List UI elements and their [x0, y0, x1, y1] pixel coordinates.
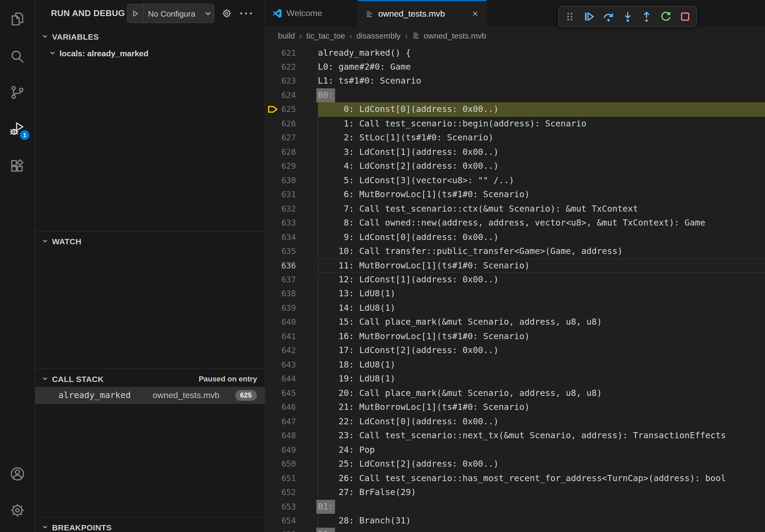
locals-scope-row[interactable]: locals: already_marked: [35, 46, 265, 60]
gutter[interactable]: 624: [265, 89, 318, 103]
code-line[interactable]: 641 16: MutBorrowLoc[1](ts#1#0: Scenario…: [265, 330, 765, 344]
code-line[interactable]: 630 5: LdConst[3](vector<u8>: "" /..): [265, 173, 765, 187]
settings-gear-icon[interactable]: [9, 502, 26, 519]
code-line[interactable]: 636 11: MutBorrowLoc[1](ts#1#0: Scenario…: [265, 258, 765, 273]
gutter[interactable]: 646: [265, 400, 318, 414]
breakpoints-section-header[interactable]: BREAKPOINTS: [35, 521, 265, 532]
gutter[interactable]: 650: [265, 457, 318, 471]
explorer-icon[interactable]: [9, 11, 26, 27]
code-line[interactable]: 625 0: LdConst[0](address: 0x00..): [265, 103, 765, 117]
code-line[interactable]: 633 8: Call owned::new(address, address,…: [265, 216, 765, 230]
more-actions-icon[interactable]: [239, 11, 253, 16]
code-line[interactable]: 622 L0: game#2#0: Game: [265, 60, 765, 74]
code-line[interactable]: 640 15: Call place_mark(&mut Scenario, a…: [265, 315, 765, 330]
code-line[interactable]: 621 already_marked() {: [265, 46, 765, 60]
gutter[interactable]: 622: [265, 60, 318, 74]
gutter[interactable]: 636: [265, 258, 318, 273]
stop-button[interactable]: [675, 8, 695, 25]
code-line[interactable]: 632 7: Call test_scenario::ctx(&mut Scen…: [265, 202, 765, 216]
continue-button[interactable]: [579, 8, 599, 25]
gutter[interactable]: 654: [265, 514, 318, 528]
breadcrumb-item[interactable]: tic_tac_toe: [306, 31, 345, 40]
launch-configuration-dropdown[interactable]: No Configura: [127, 4, 215, 23]
code-line[interactable]: 644 19: LdU8(1): [265, 372, 765, 386]
gutter[interactable]: 641: [265, 330, 318, 344]
step-out-button[interactable]: [637, 8, 656, 25]
code-line[interactable]: 634 9: LdConst[0](address: 0x00..): [265, 230, 765, 244]
code-line[interactable]: 624 B0:: [265, 89, 765, 103]
gutter[interactable]: 655: [265, 528, 318, 532]
code-line[interactable]: 653 B1:: [265, 500, 765, 514]
gutter[interactable]: 626: [265, 117, 318, 131]
gutter[interactable]: 630: [265, 173, 318, 187]
code-line[interactable]: 623 L1: ts#1#0: Scenario: [265, 74, 765, 89]
gutter[interactable]: 651: [265, 471, 318, 485]
code-line[interactable]: 639 14: LdU8(1): [265, 301, 765, 315]
gutter[interactable]: 628: [265, 145, 318, 159]
gutter[interactable]: 653: [265, 500, 318, 514]
close-icon[interactable]: [471, 10, 479, 18]
breadcrumb-item-file[interactable]: owned_tests.mvb: [412, 31, 486, 40]
code-line[interactable]: 646 21: MutBorrowLoc[1](ts#1#0: Scenario…: [265, 400, 765, 414]
breadcrumb-item[interactable]: disassembly: [357, 31, 401, 40]
gutter[interactable]: 643: [265, 358, 318, 372]
gutter[interactable]: 648: [265, 428, 318, 443]
gutter[interactable]: 621: [265, 46, 318, 60]
gutter[interactable]: 631: [265, 187, 318, 202]
gutter[interactable]: 632: [265, 202, 318, 216]
step-into-button[interactable]: [618, 8, 637, 25]
code-line[interactable]: 654 28: Branch(31): [265, 514, 765, 528]
code-line[interactable]: 643 18: LdU8(1): [265, 358, 765, 372]
code-line[interactable]: 642 17: LdConst[2](address: 0x00..): [265, 344, 765, 358]
gutter[interactable]: 649: [265, 443, 318, 457]
tab-owned-tests[interactable]: owned_tests.mvb: [358, 0, 486, 27]
call-stack-frame-row[interactable]: already_marked owned_tests.mvb 625: [35, 387, 265, 404]
code-line[interactable]: 650 25: LdConst[2](address: 0x00..): [265, 457, 765, 471]
restart-button[interactable]: [656, 8, 676, 25]
code-line[interactable]: 631 6: MutBorrowLoc[1](ts#1#0: Scenario): [265, 187, 765, 202]
start-debugging-icon[interactable]: [128, 4, 144, 23]
code-line[interactable]: 628 3: LdConst[1](address: 0x00..): [265, 145, 765, 159]
gutter[interactable]: 635: [265, 244, 318, 258]
debug-settings-gear-icon[interactable]: [222, 8, 232, 19]
gutter[interactable]: 640: [265, 315, 318, 330]
code-line[interactable]: 638 13: LdU8(1): [265, 287, 765, 301]
gutter[interactable]: 629: [265, 159, 318, 173]
gutter[interactable]: 652: [265, 485, 318, 500]
gutter[interactable]: 627: [265, 131, 318, 145]
code-line[interactable]: 637 12: LdConst[1](address: 0x00..): [265, 273, 765, 287]
breadcrumb-item[interactable]: build: [278, 31, 295, 40]
gutter[interactable]: 642: [265, 344, 318, 358]
gutter[interactable]: 633: [265, 216, 318, 230]
variables-section-header[interactable]: VARIABLES: [35, 30, 265, 43]
gutter[interactable]: 634: [265, 230, 318, 244]
run-and-debug-icon[interactable]: 1: [9, 121, 26, 137]
gutter[interactable]: 647: [265, 414, 318, 428]
code-line[interactable]: 645 20: Call place_mark(&mut Scenario, a…: [265, 386, 765, 400]
code-line[interactable]: 652 27: BrFalse(29): [265, 485, 765, 500]
extensions-icon[interactable]: [9, 158, 26, 175]
tab-welcome[interactable]: Welcome: [265, 0, 358, 27]
search-icon[interactable]: [9, 48, 26, 65]
drag-handle-icon[interactable]: [560, 8, 579, 25]
account-icon[interactable]: [9, 465, 26, 482]
source-control-icon[interactable]: [9, 84, 26, 101]
code-line[interactable]: 651 26: Call test_scenario::has_most_rec…: [265, 471, 765, 485]
code-line[interactable]: 649 24: Pop: [265, 443, 765, 457]
code-line[interactable]: 655 B2:: [265, 528, 765, 532]
code-line[interactable]: 626 1: Call test_scenario::begin(address…: [265, 117, 765, 131]
code-line[interactable]: 627 2: StLoc[1](ts#1#0: Scenario): [265, 131, 765, 145]
gutter[interactable]: 623: [265, 74, 318, 89]
gutter[interactable]: 638: [265, 287, 318, 301]
code-line[interactable]: 648 23: Call test_scenario::next_tx(&mut…: [265, 428, 765, 443]
gutter[interactable]: 645: [265, 386, 318, 400]
code-line[interactable]: 647 22: LdConst[0](address: 0x00..): [265, 414, 765, 428]
code-line[interactable]: 629 4: LdConst[2](address: 0x00..): [265, 159, 765, 173]
code-line[interactable]: 635 10: Call transfer::public_transfer<G…: [265, 244, 765, 258]
step-over-button[interactable]: [598, 8, 618, 25]
watch-section-header[interactable]: WATCH: [35, 235, 265, 247]
gutter[interactable]: 625: [265, 103, 318, 117]
gutter[interactable]: 637: [265, 273, 318, 287]
gutter[interactable]: 644: [265, 372, 318, 386]
gutter[interactable]: 639: [265, 301, 318, 315]
